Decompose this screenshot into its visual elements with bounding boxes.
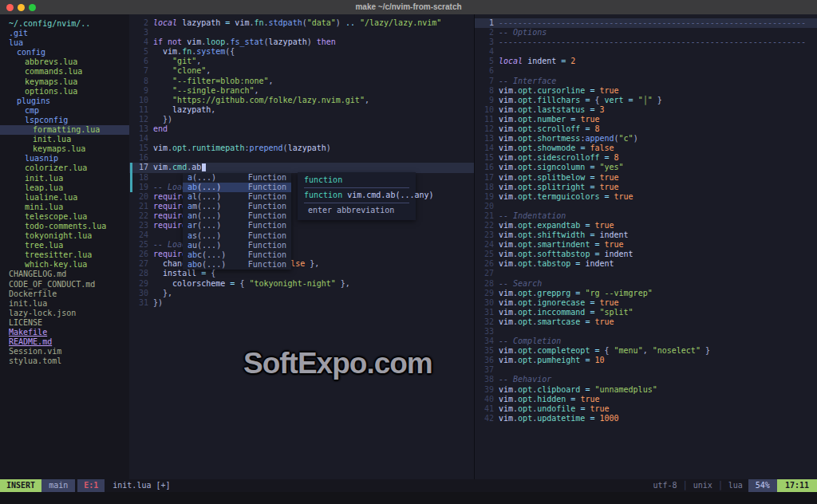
line-number: 15 [129,144,148,153]
tree-item-cmp[interactable]: cmp [0,106,129,116]
line-number: 5 [475,57,494,66]
tree-item-init-lua[interactable]: init.lua [0,299,129,309]
completion-item[interactable]: au(...)Function [183,241,291,250]
code-line: 37 [475,365,817,375]
completion-item-kind: Function [248,231,286,241]
command-line[interactable] [0,492,817,504]
tree-item-session-vim[interactable]: Session.vim [0,347,129,356]
code-line: 3 [129,28,474,37]
code-line: 16vim.opt.signcolumn = "yes" [475,163,817,172]
completion-item[interactable]: al(...)Function [183,192,291,202]
tree-item-label: LICENSE [0,318,42,327]
line-number: 15 [475,153,494,163]
line-number: 3 [475,37,494,47]
completion-item-kind: Function [248,260,286,270]
editor-main[interactable]: 2local lazypath = vim.fn.stdpath("data")… [129,14,474,479]
line-number: 3 [129,28,148,37]
tree-item-readme-md[interactable]: README.md [0,337,129,347]
tree-item-treesitter-lua[interactable]: treesitter.lua [0,250,129,260]
line-number: 18 [475,183,494,192]
tree-item-stylua-toml[interactable]: stylua.toml [0,356,129,366]
code-line: 30 }, [129,289,474,298]
tree-item-leap-lua[interactable]: leap.lua [0,183,129,193]
tree-item-keymaps-lua[interactable]: keymaps.lua [0,77,129,87]
line-number: 26 [129,250,148,259]
code-line: 18vim.opt.splitright = true [475,183,817,192]
tree-item-config[interactable]: config [0,48,129,57]
line-number: 37 [475,365,494,375]
tree-item-options-lua[interactable]: options.lua [0,87,129,96]
code-line: 23vim.opt.shiftwidth = indent [475,230,817,240]
code-line: 29vim.opt.grepprg = "rg --vimgrep" [475,289,817,298]
editor-right[interactable]: 1---------------------------------------… [474,14,817,479]
tree-item-label: plugins [0,96,50,105]
tree-item-label: which-key.lua [0,260,87,269]
line-number: 23 [129,221,148,230]
tree-item-which-key-lua[interactable]: which-key.lua [0,260,129,270]
tree-item--git[interactable]: .git [0,29,129,38]
statusline: INSERT main E:1 init.lua [+] utf-8 │ uni… [0,479,817,492]
line-number: 40 [475,395,494,404]
completion-item-label: al(...) [187,192,221,202]
tree-item-lazy-lock-json[interactable]: lazy-lock.json [0,309,129,318]
tree-item-lualine-lua[interactable]: lualine.lua [0,193,129,203]
line-number: 20 [475,202,494,211]
line-number: 4 [129,37,148,47]
completion-item[interactable]: abc(...)Function [183,250,291,260]
tree-item-luasnip[interactable]: luasnip [0,154,129,163]
window-title: make ~/c/nvim-from-scratch [0,2,817,12]
completion-item[interactable]: ab(...)Function [183,183,291,192]
tree-item-telescope-lua[interactable]: telescope.lua [0,212,129,222]
tree-item-tree-lua[interactable]: tree.lua [0,241,129,250]
completion-item[interactable]: a(...)Function [183,173,291,183]
line-number: 28 [475,279,494,289]
tree-item-plugins[interactable]: plugins [0,96,129,106]
tree-item-changelog-md[interactable]: CHANGELOG.md [0,270,129,279]
tree-item-todo-comments-lua[interactable]: todo-comments.lua [0,222,129,231]
tree-item--config-nvim-[interactable]: ~/.config/nvim/.. [0,19,129,29]
tree-item-label: mini.lua [0,203,63,211]
completion-item[interactable]: an(...)Function [183,211,291,221]
completion-item[interactable]: am(...)Function [183,202,291,211]
code-line: 38-- Behavior [475,375,817,384]
tree-item-init-lua[interactable]: init.lua [0,135,129,144]
completion-item[interactable]: as(...)Function [183,231,291,241]
tree-item-label: .git [0,29,28,37]
tree-item-dockerfile[interactable]: Dockerfile [0,289,129,299]
completion-item[interactable]: abo(...)Function [183,260,291,270]
tree-item-license[interactable]: LICENSE [0,318,129,328]
tree-item-label: luasnip [0,154,58,163]
tree-item-code-of-conduct-md[interactable]: CODE_OF_CONDUCT.md [0,280,129,289]
tree-item-init-lua[interactable]: init.lua [0,174,129,183]
code-line: 15vim.opt.sidescrolloff = 8 [475,153,817,163]
line-number: 6 [475,66,494,76]
tree-item-mini-lua[interactable]: mini.lua [0,203,129,212]
line-number: 30 [475,298,494,308]
tree-item-tokyonight-lua[interactable]: tokyonight.lua [0,231,129,241]
tree-item-label: cmp [0,106,39,115]
tree-item-colorizer-lua[interactable]: colorizer.lua [0,163,129,173]
code-line: 20 [475,202,817,211]
completion-item-kind: Function [248,250,286,260]
tree-item-makefile[interactable]: Makefile [0,328,129,337]
tree-item-lspconfig[interactable]: lspconfig [0,116,129,125]
tree-item-commands-lua[interactable]: commands.lua [0,67,129,77]
tree-item-formatting-lua[interactable]: formatting.lua [0,125,129,135]
line-number: 8 [475,86,494,96]
code-line: 15vim.opt.runtimepath:prepend(lazypath) [129,144,474,153]
code-line: 5local indent = 2 [475,57,817,66]
tree-item-abbrevs-lua[interactable]: abbrevs.lua [0,57,129,67]
line-number: 14 [129,134,148,144]
code-line: 19vim.opt.termguicolors = true [475,192,817,202]
tree-item-label: CODE_OF_CONDUCT.md [0,280,95,289]
line-number: 9 [475,96,494,105]
code-line: 14vim.opt.showmode = false [475,144,817,153]
tree-item-label: lualine.lua [0,193,77,202]
tree-item-keymaps-lua[interactable]: keymaps.lua [0,144,129,154]
tree-item-lua[interactable]: lua [0,38,129,48]
docs-header: function [298,175,416,185]
cursor-position: 17:11 [777,479,817,492]
completion-item-label: abo(...) [187,260,226,270]
tree-item-label: leap.lua [0,183,63,192]
completion-item[interactable]: ar(...)Function [183,221,291,230]
